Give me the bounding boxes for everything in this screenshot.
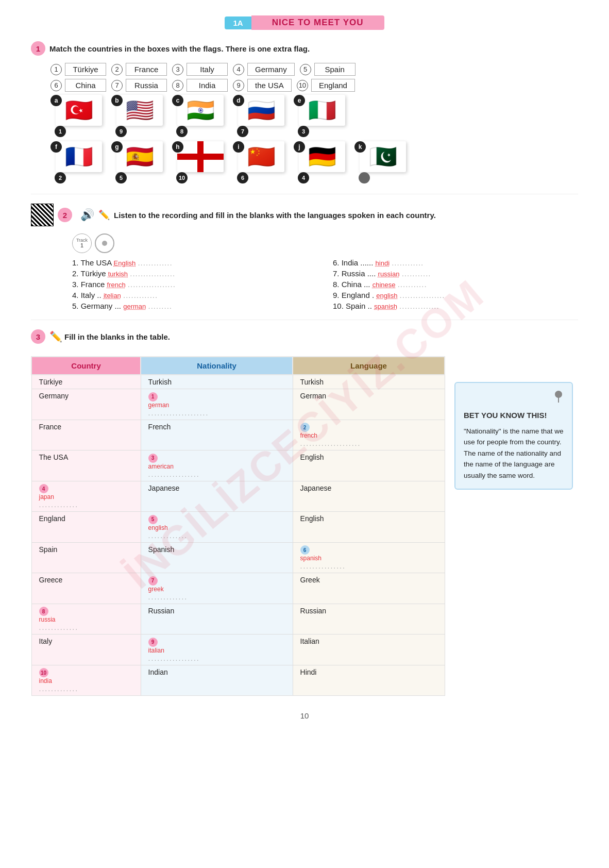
- country-box-8: 8 India: [172, 79, 228, 92]
- listen-grid: 1. The USA English ............. 6. Indi…: [72, 258, 578, 310]
- svg-rect-4: [558, 397, 559, 403]
- country-box-3: 3 Italy: [172, 63, 228, 76]
- bet-box: BET YOU KNOW THIS! "Nationality" is the …: [454, 382, 573, 490]
- flag-j: j 🇩🇪 4: [294, 141, 350, 183]
- flag-f: f 🇫🇷 2: [50, 141, 107, 183]
- listen-item-8: 8. China ... chinese ...........: [333, 280, 578, 289]
- th-language: Language: [293, 357, 445, 375]
- answer-english2: english: [376, 292, 397, 299]
- pencil-icon: ✏️: [98, 209, 110, 221]
- table-row: Spain Spanish 6 spanish ...............: [31, 542, 445, 573]
- table-row: The USA 3 american ................. Eng…: [31, 450, 445, 481]
- flag-b: b 🇺🇸 9: [111, 95, 168, 137]
- table-row: Germany 1 german .................... Ge…: [31, 389, 445, 420]
- pin-icon: [464, 390, 564, 407]
- fill-table: Country Nationality Language Türkiye Tur…: [31, 356, 445, 696]
- table-row: Italy 9 italian ................. Italia…: [31, 635, 445, 665]
- speaker-icon: 🔊: [80, 208, 94, 222]
- answer-english: English: [114, 259, 136, 267]
- answer-hindi: hindi: [376, 259, 390, 267]
- section3-num: 3: [31, 329, 45, 344]
- pencil-icon2: ✏️: [49, 330, 62, 343]
- listen-item-9: 9. England . english .................: [333, 291, 578, 299]
- answer-russian: russian: [378, 270, 400, 278]
- flag-k: k 🇵🇰: [354, 141, 411, 183]
- listen-item-7: 7. Russia .... russian ...........: [333, 269, 578, 278]
- section2: 2 🔊 ✏️ Listen to the recording and fill …: [31, 204, 578, 310]
- flags-row1: a 🇹🇷 1 b 🇺🇸 9 c 🇮🇳 8 d 🇷🇺 7 e 🇮🇹 3: [50, 95, 578, 137]
- country-box-6: 6 China: [50, 79, 106, 92]
- section3-header: 3 ✏️ Fill in the blanks in the table.: [31, 329, 578, 344]
- listen-item-3: 3. France french ..................: [72, 280, 317, 289]
- table-row: 4 japan ............. Japanese Japanese: [31, 481, 445, 512]
- flag-c: c 🇮🇳 8: [172, 95, 229, 137]
- answer-spanish: spanish: [374, 303, 397, 310]
- svg-rect-2: [177, 154, 224, 160]
- answer-itelian: itelian: [104, 292, 121, 299]
- table-row: 8 russia ............. Russian Russian: [31, 604, 445, 635]
- table-section-wrap: Country Nationality Language Türkiye Tur…: [31, 351, 578, 696]
- bet-title: BET YOU KNOW THIS!: [464, 409, 564, 422]
- table-main: Country Nationality Language Türkiye Tur…: [31, 351, 445, 696]
- section2-header: 2 🔊 ✏️ Listen to the recording and fill …: [31, 204, 578, 226]
- country-row1: 1 Türkiye 2 France 3 Italy 4 Germany 5 S…: [50, 63, 578, 76]
- cd-icon: [95, 233, 114, 253]
- section1-instruction: Match the countries in the boxes with th…: [49, 44, 310, 53]
- country-box-10: 10 England: [297, 79, 355, 92]
- track-badge: Track 1: [72, 233, 92, 253]
- listen-item-10: 10. Spain .. spanish ...............: [333, 302, 578, 310]
- tab-label: 1A: [225, 16, 251, 29]
- table-row: 10 india ............. Indian Hindi: [31, 665, 445, 696]
- table-row: England 5 english ............. English: [31, 512, 445, 543]
- country-box-2: 2 France: [111, 63, 167, 76]
- country-box-9: 9 the USA: [233, 79, 292, 92]
- section1-header: 1 Match the countries in the boxes with …: [31, 41, 578, 56]
- section3-instruction: Fill in the blanks in the table.: [64, 332, 170, 341]
- flags-row2: f 🇫🇷 2 g 🇪🇸 5 h 10 i 🇨🇳 6 j 🇩🇪 4 k 🇵🇰: [50, 141, 578, 183]
- answer-turkish: turkish: [108, 270, 128, 278]
- flag-e: e 🇮🇹 3: [294, 95, 350, 137]
- country-row2: 6 China 7 Russia 8 India 9 the USA 10 En…: [50, 79, 578, 92]
- flag-d: d 🇷🇺 7: [233, 95, 290, 137]
- country-box-4: 4 Germany: [233, 63, 295, 76]
- flag-h: h 10: [172, 141, 229, 183]
- th-country: Country: [31, 357, 141, 375]
- answer-german: german: [123, 303, 146, 310]
- section2-instruction: Listen to the recording and fill in the …: [114, 211, 436, 220]
- qr-code: [31, 204, 54, 226]
- answer-chinese: chinese: [373, 281, 396, 289]
- bet-text: "Nationality" is the name that we use fo…: [464, 426, 564, 481]
- section3: 3 ✏️ Fill in the blanks in the table. Co…: [31, 329, 578, 696]
- answer-french: french: [107, 281, 126, 289]
- section2-num: 2: [58, 208, 72, 222]
- listen-item-4: 4. Italy .. itelian .............: [72, 291, 317, 299]
- table-row: Greece 7 greek ............. Greek: [31, 573, 445, 604]
- listen-item-1: 1. The USA English .............: [72, 258, 317, 267]
- th-nationality: Nationality: [141, 357, 293, 375]
- svg-point-3: [555, 391, 562, 398]
- country-box-1: 1 Türkiye: [50, 63, 106, 76]
- bet-box-container: BET YOU KNOW THIS! "Nationality" is the …: [454, 351, 578, 696]
- country-box-7: 7 Russia: [111, 79, 167, 92]
- header-bar: 1A NICE TO MEET YOU: [31, 15, 578, 30]
- page-title: NICE TO MEET YOU: [251, 15, 384, 30]
- table-row: France French 2 french .................…: [31, 420, 445, 450]
- flag-g: g 🇪🇸 5: [111, 141, 168, 183]
- listen-item-2: 2. Türkiye turkish .................: [72, 269, 317, 278]
- table-row: Türkiye Turkish Turkish: [31, 375, 445, 389]
- page-number: 10: [31, 711, 578, 720]
- flag-a: a 🇹🇷 1: [50, 95, 107, 137]
- listen-item-5: 5. Germany ... german .........: [72, 302, 317, 310]
- section1-num: 1: [31, 41, 45, 56]
- listen-item-6: 6. India ...... hindi ............: [333, 258, 578, 267]
- country-box-5: 5 Spain: [300, 63, 356, 76]
- flag-i: i 🇨🇳 6: [233, 141, 290, 183]
